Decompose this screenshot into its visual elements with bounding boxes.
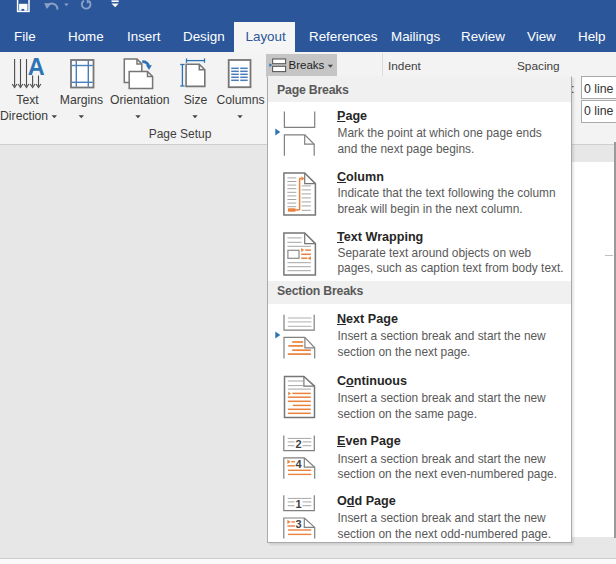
svg-text:2: 2: [296, 438, 302, 450]
svg-text:3: 3: [296, 518, 302, 530]
svg-text:1: 1: [296, 498, 302, 510]
svg-text:A: A: [28, 54, 45, 80]
svg-text:4: 4: [296, 458, 303, 470]
